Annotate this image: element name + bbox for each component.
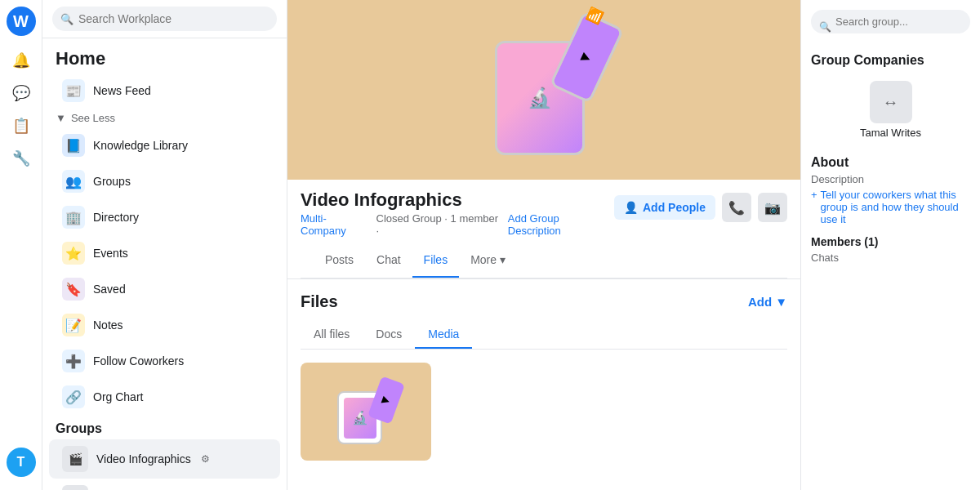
search-icon: 🔍 [60,13,74,25]
subtab-docs[interactable]: Docs [363,321,415,349]
sidebar-item-notes[interactable]: 📝 Notes [49,307,280,343]
multi-company-badge: Multi-Company [301,212,372,237]
group-title-area: Video Infographics Multi-Company Closed … [301,189,614,237]
sidebar-item-directory[interactable]: 🏢 Directory [49,199,280,235]
groups-label: Groups [93,175,131,188]
boards-icon[interactable]: 📋 [7,111,36,140]
group-item-everyone-tamal-writes[interactable]: 👥 Everyone @ Tamal Writes [49,479,280,490]
phone-screen: ▶ [552,14,621,100]
events-label: Events [93,247,128,260]
group-admin-badge: ⚙ [201,453,210,465]
media-grid: 🔬 ▶ [301,363,787,461]
group-avatar-everyone-tamal-writes: 👥 [62,485,88,490]
group-meta-text: Closed Group · 1 member · [376,212,503,237]
group-banner: 🔬 ▶ 📶 [287,0,800,180]
search-group-icon: 🔍 [819,21,831,33]
add-people-label: Add People [643,201,706,214]
right-panel: 🔍 Group Companies ↔ Tamal Writes About D… [800,0,980,490]
company-card-tamal-writes[interactable]: ↔ Tamal Writes [811,74,970,145]
settings-icon[interactable]: 🔧 [7,144,36,173]
subtab-media[interactable]: Media [415,321,472,349]
chevron-down-icon: ▼ [56,112,66,124]
members-title: Members (1) [811,235,970,248]
group-companies-title: Group Companies [811,53,970,68]
search-input[interactable] [52,7,277,31]
see-less-row[interactable]: ▼ See Less [42,109,287,127]
tell-coworkers-link[interactable]: + Tell your coworkers what this group is… [811,189,970,225]
tell-coworkers-text: Tell your coworkers what this group is a… [821,189,970,225]
tab-more[interactable]: More ▾ [459,243,517,278]
chevron-down-icon: ▼ [775,295,787,309]
add-people-button[interactable]: 👤 Add People [614,195,715,220]
knowledge-library-icon: 📘 [62,134,85,157]
user-avatar[interactable]: T [7,448,36,477]
notes-icon: 📝 [62,314,85,336]
directory-icon: 🏢 [62,206,85,229]
add-file-button[interactable]: Add ▼ [748,295,787,309]
sidebar-item-follow-coworkers[interactable]: ➕ Follow Coworkers [49,343,280,379]
banner-illustration: 🔬 ▶ 📶 [479,16,609,163]
add-file-label: Add [748,295,772,309]
description-label: Description [811,173,970,185]
sidebar-item-knowledge-library[interactable]: 📘 Knowledge Library [49,127,280,163]
group-tabs: Posts Chat Files More ▾ [301,243,787,278]
notifications-icon[interactable]: 🔔 [7,46,36,75]
sidebar-item-saved[interactable]: 🔖 Saved [49,271,280,307]
chats-label: Chats [811,252,970,264]
tab-chat[interactable]: Chat [365,243,412,278]
files-header: Files Add ▼ [301,292,787,311]
search-group-input[interactable] [811,10,970,33]
sidebar-search-area: 🔍 [42,0,287,38]
file-sub-tabs: All files Docs Media [301,321,787,350]
plus-icon: + [811,189,817,201]
media-thumbnail-1[interactable]: 🔬 ▶ [301,363,431,461]
notes-label: Notes [93,318,123,332]
group-item-video-infographics[interactable]: 🎬 Video Infographics ⚙ [49,439,280,479]
phone-call-button[interactable]: 📞 [722,193,751,222]
sidebar-item-groups[interactable]: 👥 Groups [49,163,280,199]
sidebar-item-news-feed[interactable]: 📰 News Feed [49,73,280,109]
about-title: About [811,155,970,170]
about-section: About Description + Tell your coworkers … [811,155,970,225]
directory-label: Directory [93,211,139,224]
media-thumb-content-1: 🔬 ▶ [301,363,431,461]
files-area: Files Add ▼ All files Docs Media 🔬 ▶ [287,279,800,490]
files-title: Files [301,292,338,311]
group-avatar-video-infographics: 🎬 [62,446,88,472]
org-chart-label: Org Chart [93,390,143,403]
main-content: 🔬 ▶ 📶 Video Infographics Multi-Company C… [287,0,800,490]
follow-coworkers-label: Follow Coworkers [93,354,184,368]
members-section: Members (1) Chats [811,235,970,264]
org-chart-icon: 🔗 [62,385,85,408]
company-logo-tamal-writes: ↔ [870,81,912,123]
knowledge-library-label: Knowledge Library [93,139,188,152]
tab-files[interactable]: Files [412,243,460,278]
group-actions: 👤 Add People 📞 📷 [614,193,787,222]
saved-icon: 🔖 [62,278,85,301]
add-people-icon: 👤 [624,201,638,214]
group-title: Video Infographics [301,189,614,211]
company-name-label: Tamal Writes [860,127,921,139]
saved-label: Saved [93,283,126,296]
news-feed-label: News Feed [93,84,151,97]
home-title: Home [42,38,287,73]
chat-icon[interactable]: 💬 [7,78,36,108]
see-less-label: See Less [71,112,115,124]
video-call-button[interactable]: 📷 [758,193,787,222]
sidebar-item-events[interactable]: ⭐ Events [49,235,280,271]
groups-section-title: Groups [42,415,287,439]
app-logo[interactable]: W [7,7,36,36]
tab-posts[interactable]: Posts [314,243,365,278]
add-group-description-link[interactable]: Add Group Description [508,212,614,237]
group-meta: Multi-Company Closed Group · 1 member · … [301,212,614,237]
events-icon: ⭐ [62,242,85,265]
news-feed-icon: 📰 [62,79,85,102]
sidebar: 🔍 Home 📰 News Feed ▼ See Less 📘 Knowledg… [42,0,287,490]
sidebar-item-org-chart[interactable]: 🔗 Org Chart [49,379,280,415]
search-group-wrap: 🔍 [811,10,970,43]
icon-bar: W 🔔 💬 📋 🔧 T [0,0,42,490]
group-name-video-infographics: Video Infographics [96,452,191,466]
groups-icon: 👥 [62,170,85,193]
subtab-all-files[interactable]: All files [301,321,363,349]
follow-coworkers-icon: ➕ [62,350,85,372]
